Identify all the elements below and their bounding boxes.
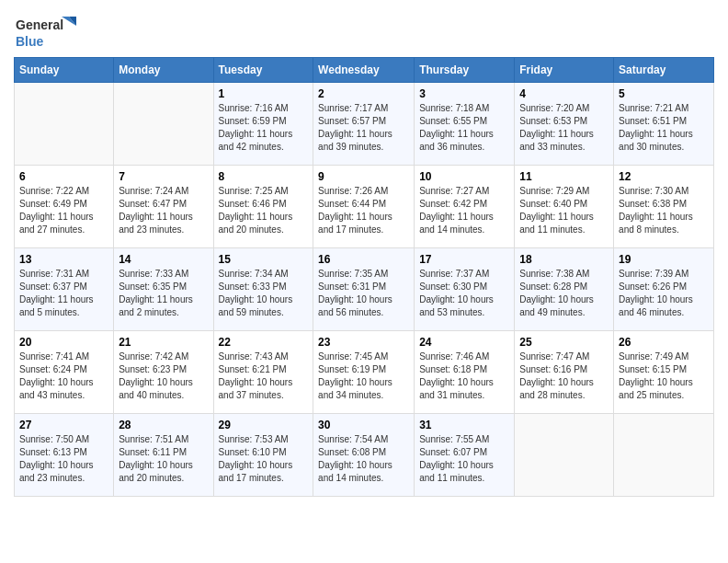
day-number: 20 (19, 336, 108, 349)
day-header-sunday: Sunday (15, 58, 114, 83)
day-info: Sunrise: 7:50 AM Sunset: 6:13 PM Dayligh… (19, 433, 108, 485)
calendar-cell (515, 414, 614, 497)
day-info: Sunrise: 7:53 AM Sunset: 6:10 PM Dayligh… (219, 433, 309, 485)
day-info: Sunrise: 7:46 AM Sunset: 6:18 PM Dayligh… (419, 350, 509, 402)
day-number: 8 (219, 170, 309, 183)
svg-text:General: General (16, 17, 63, 32)
calendar-cell: 7Sunrise: 7:24 AM Sunset: 6:47 PM Daylig… (114, 166, 213, 248)
calendar-cell: 29Sunrise: 7:53 AM Sunset: 6:10 PM Dayli… (213, 414, 313, 497)
day-number: 24 (419, 336, 509, 349)
day-info: Sunrise: 7:51 AM Sunset: 6:11 PM Dayligh… (119, 433, 208, 485)
calendar-cell: 18Sunrise: 7:38 AM Sunset: 6:28 PM Dayli… (515, 248, 614, 331)
calendar-cell: 22Sunrise: 7:43 AM Sunset: 6:21 PM Dayli… (213, 331, 313, 414)
day-number: 28 (119, 419, 208, 431)
day-info: Sunrise: 7:33 AM Sunset: 6:35 PM Dayligh… (119, 268, 208, 319)
day-number: 5 (619, 87, 709, 100)
day-number: 21 (119, 336, 208, 349)
day-info: Sunrise: 7:31 AM Sunset: 6:37 PM Dayligh… (19, 268, 108, 319)
day-number: 11 (519, 170, 609, 183)
day-number: 30 (318, 419, 409, 431)
day-info: Sunrise: 7:18 AM Sunset: 6:55 PM Dayligh… (419, 102, 509, 154)
day-info: Sunrise: 7:24 AM Sunset: 6:47 PM Dayligh… (119, 185, 208, 236)
calendar-cell: 30Sunrise: 7:54 AM Sunset: 6:08 PM Dayli… (313, 414, 415, 497)
day-info: Sunrise: 7:27 AM Sunset: 6:42 PM Dayligh… (419, 185, 509, 236)
calendar-cell: 15Sunrise: 7:34 AM Sunset: 6:33 PM Dayli… (213, 248, 313, 331)
day-header-wednesday: Wednesday (313, 58, 415, 83)
day-info: Sunrise: 7:21 AM Sunset: 6:51 PM Dayligh… (619, 102, 709, 154)
day-info: Sunrise: 7:34 AM Sunset: 6:33 PM Dayligh… (219, 268, 309, 319)
day-info: Sunrise: 7:38 AM Sunset: 6:28 PM Dayligh… (519, 268, 609, 319)
day-header-monday: Monday (114, 58, 213, 83)
calendar-cell: 5Sunrise: 7:21 AM Sunset: 6:51 PM Daylig… (614, 83, 714, 166)
calendar-cell: 8Sunrise: 7:25 AM Sunset: 6:46 PM Daylig… (213, 166, 313, 248)
calendar-cell: 11Sunrise: 7:29 AM Sunset: 6:40 PM Dayli… (515, 166, 614, 248)
calendar-cell: 27Sunrise: 7:50 AM Sunset: 6:13 PM Dayli… (15, 414, 114, 497)
calendar-cell: 16Sunrise: 7:35 AM Sunset: 6:31 PM Dayli… (313, 248, 415, 331)
day-info: Sunrise: 7:37 AM Sunset: 6:30 PM Dayligh… (419, 268, 509, 319)
svg-text:Blue: Blue (16, 34, 44, 49)
calendar-table: SundayMondayTuesdayWednesdayThursdayFrid… (14, 57, 714, 497)
day-number: 22 (219, 336, 309, 349)
calendar-cell: 1Sunrise: 7:16 AM Sunset: 6:59 PM Daylig… (213, 83, 313, 166)
day-number: 9 (318, 170, 409, 183)
day-info: Sunrise: 7:47 AM Sunset: 6:16 PM Dayligh… (519, 350, 609, 402)
day-info: Sunrise: 7:55 AM Sunset: 6:07 PM Dayligh… (419, 433, 509, 485)
calendar-week-1: 1Sunrise: 7:16 AM Sunset: 6:59 PM Daylig… (15, 83, 714, 166)
day-number: 18 (519, 253, 609, 266)
day-info: Sunrise: 7:39 AM Sunset: 6:26 PM Dayligh… (619, 268, 709, 319)
day-number: 25 (519, 336, 609, 349)
day-number: 4 (519, 87, 609, 100)
day-info: Sunrise: 7:35 AM Sunset: 6:31 PM Dayligh… (318, 268, 409, 319)
day-number: 12 (619, 170, 709, 183)
calendar-cell: 4Sunrise: 7:20 AM Sunset: 6:53 PM Daylig… (515, 83, 614, 166)
calendar-cell: 20Sunrise: 7:41 AM Sunset: 6:24 PM Dayli… (15, 331, 114, 414)
calendar-cell: 3Sunrise: 7:18 AM Sunset: 6:55 PM Daylig… (415, 83, 515, 166)
day-info: Sunrise: 7:42 AM Sunset: 6:23 PM Dayligh… (119, 350, 208, 402)
calendar-cell: 9Sunrise: 7:26 AM Sunset: 6:44 PM Daylig… (313, 166, 415, 248)
day-info: Sunrise: 7:49 AM Sunset: 6:15 PM Dayligh… (619, 350, 709, 402)
calendar-cell (15, 83, 114, 166)
day-info: Sunrise: 7:22 AM Sunset: 6:49 PM Dayligh… (19, 185, 108, 236)
day-info: Sunrise: 7:17 AM Sunset: 6:57 PM Dayligh… (318, 102, 409, 154)
day-number: 2 (318, 87, 409, 100)
calendar-week-5: 27Sunrise: 7:50 AM Sunset: 6:13 PM Dayli… (15, 414, 714, 497)
day-info: Sunrise: 7:26 AM Sunset: 6:44 PM Dayligh… (318, 185, 409, 236)
day-number: 15 (219, 253, 309, 266)
calendar-cell (614, 414, 714, 497)
day-header-saturday: Saturday (614, 58, 714, 83)
calendar-cell: 19Sunrise: 7:39 AM Sunset: 6:26 PM Dayli… (614, 248, 714, 331)
day-info: Sunrise: 7:29 AM Sunset: 6:40 PM Dayligh… (519, 185, 609, 236)
day-number: 29 (219, 419, 309, 431)
day-number: 23 (318, 336, 409, 349)
calendar-cell: 31Sunrise: 7:55 AM Sunset: 6:07 PM Dayli… (415, 414, 515, 497)
day-header-friday: Friday (515, 58, 614, 83)
day-header-thursday: Thursday (415, 58, 515, 83)
day-info: Sunrise: 7:45 AM Sunset: 6:19 PM Dayligh… (318, 350, 409, 402)
day-number: 31 (419, 419, 509, 431)
logo-svg: GeneralBlue (14, 13, 78, 52)
day-number: 19 (619, 253, 709, 266)
calendar-cell: 28Sunrise: 7:51 AM Sunset: 6:11 PM Dayli… (114, 414, 213, 497)
day-info: Sunrise: 7:30 AM Sunset: 6:38 PM Dayligh… (619, 185, 709, 236)
day-number: 16 (318, 253, 409, 266)
calendar-cell: 25Sunrise: 7:47 AM Sunset: 6:16 PM Dayli… (515, 331, 614, 414)
day-number: 10 (419, 170, 509, 183)
calendar-cell: 14Sunrise: 7:33 AM Sunset: 6:35 PM Dayli… (114, 248, 213, 331)
calendar-cell: 12Sunrise: 7:30 AM Sunset: 6:38 PM Dayli… (614, 166, 714, 248)
day-number: 26 (619, 336, 709, 349)
days-header-row: SundayMondayTuesdayWednesdayThursdayFrid… (15, 58, 714, 83)
day-info: Sunrise: 7:43 AM Sunset: 6:21 PM Dayligh… (219, 350, 309, 402)
calendar-cell (114, 83, 213, 166)
calendar-week-2: 6Sunrise: 7:22 AM Sunset: 6:49 PM Daylig… (15, 166, 714, 248)
calendar-cell: 6Sunrise: 7:22 AM Sunset: 6:49 PM Daylig… (15, 166, 114, 248)
calendar-cell: 26Sunrise: 7:49 AM Sunset: 6:15 PM Dayli… (614, 331, 714, 414)
day-info: Sunrise: 7:41 AM Sunset: 6:24 PM Dayligh… (19, 350, 108, 402)
day-info: Sunrise: 7:20 AM Sunset: 6:53 PM Dayligh… (519, 102, 609, 154)
calendar-week-3: 13Sunrise: 7:31 AM Sunset: 6:37 PM Dayli… (15, 248, 714, 331)
day-info: Sunrise: 7:54 AM Sunset: 6:08 PM Dayligh… (318, 433, 409, 485)
logo: GeneralBlue (14, 13, 78, 52)
day-info: Sunrise: 7:16 AM Sunset: 6:59 PM Dayligh… (219, 102, 309, 154)
calendar-cell: 24Sunrise: 7:46 AM Sunset: 6:18 PM Dayli… (415, 331, 515, 414)
calendar-cell: 21Sunrise: 7:42 AM Sunset: 6:23 PM Dayli… (114, 331, 213, 414)
day-info: Sunrise: 7:25 AM Sunset: 6:46 PM Dayligh… (219, 185, 309, 236)
